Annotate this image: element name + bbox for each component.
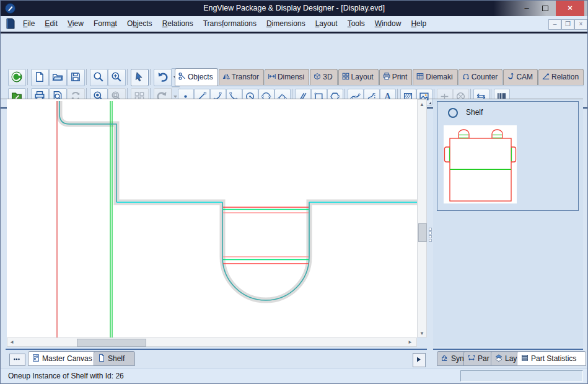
toolbar-zone: ObjectsTransforDimensi3DLayoutPrintDiema… — [1, 33, 587, 99]
layoutI-icon — [341, 73, 351, 81]
tab-dimensi[interactable]: Dimensi — [265, 69, 309, 85]
objectsI-icon — [178, 73, 188, 81]
toolbar-separator — [150, 69, 151, 85]
tab-counter[interactable]: Counter — [459, 69, 503, 85]
tab-label: Layout — [351, 73, 374, 81]
tab-label: Dimensi — [278, 73, 304, 81]
dimI-icon — [268, 73, 278, 81]
tab-layout[interactable]: Layout — [338, 69, 379, 85]
tab-transfor[interactable]: Transfor — [219, 69, 264, 85]
document-icon — [6, 18, 15, 29]
tab-overflow-button[interactable] — [9, 354, 25, 366]
select-arrow-button[interactable] — [131, 69, 149, 86]
next-tab-button[interactable] — [413, 353, 426, 367]
close-button[interactable]: × — [556, 1, 584, 16]
part-preview-thumbnail[interactable] — [444, 125, 517, 203]
counterI-icon — [462, 73, 472, 81]
tab-label: Master Canvas — [42, 354, 92, 363]
parI-icon — [467, 354, 478, 363]
save-button[interactable] — [67, 69, 85, 86]
status-field — [460, 370, 583, 382]
find-button[interactable] — [90, 69, 108, 86]
cubeI-icon — [313, 73, 323, 81]
menu-item-transformations[interactable]: Transformations — [198, 16, 261, 32]
engview-home-button[interactable] — [8, 69, 26, 86]
status-bar: Oneup Instance of Shelf with Id: 26 — [1, 368, 587, 384]
undo-button[interactable] — [154, 69, 172, 86]
scroll-down-icon[interactable]: ▼ — [418, 331, 426, 336]
scroll-left-icon[interactable]: ◄ — [9, 339, 14, 345]
part-preview-drawing — [444, 125, 517, 203]
panel-splitter[interactable] — [427, 99, 433, 347]
puzzleI-icon — [441, 354, 451, 363]
part-label: Shelf — [466, 108, 483, 117]
tab-shelf[interactable]: Shelf — [94, 351, 135, 366]
mdi-restore-button[interactable]: ❐ — [561, 19, 574, 30]
vertical-scrollbar[interactable]: ▲ ▼ — [417, 99, 427, 337]
tab-diemaki[interactable]: Diemaki — [413, 69, 457, 85]
mdi-close-button[interactable]: × — [574, 19, 587, 30]
camI-icon — [506, 73, 516, 81]
printI-icon — [382, 73, 392, 81]
part-radio-button[interactable] — [448, 108, 458, 118]
vscroll-thumb[interactable] — [418, 223, 427, 242]
toolbar-separator — [86, 69, 87, 85]
open-document-button[interactable] — [49, 69, 67, 86]
layI-icon — [494, 354, 505, 363]
tab-label: Part Statistics — [531, 354, 576, 363]
tab-3d[interactable]: 3D — [310, 69, 337, 85]
ribbon-tabs: ObjectsTransforDimensi3DLayoutPrintDiema… — [175, 68, 584, 86]
scroll-up-icon[interactable]: ▲ — [418, 102, 426, 107]
app-icon — [5, 3, 15, 14]
hscroll-thumb[interactable] — [77, 339, 146, 347]
tab-label: Counter — [472, 73, 498, 81]
tab-master-canvas[interactable]: Master Canvas — [28, 351, 99, 366]
menu-item-view[interactable]: View — [63, 16, 89, 32]
diemakeI-icon — [416, 73, 426, 81]
menu-item-file[interactable]: File — [18, 16, 40, 32]
menu-item-edit[interactable]: Edit — [40, 16, 63, 32]
panel-tab-bar: SynParLayPart Statistics — [433, 349, 583, 368]
menu-item-objects[interactable]: Objects — [122, 16, 157, 32]
zoom-extents-button[interactable] — [108, 69, 126, 86]
tab-label: Objects — [188, 73, 213, 81]
menu-item-format[interactable]: Format — [89, 16, 122, 32]
tab-label: Par — [478, 354, 489, 363]
tab-label: Transfor — [232, 73, 259, 81]
menu-item-relations[interactable]: Relations — [157, 16, 198, 32]
menu-item-tools[interactable]: Tools — [343, 16, 370, 32]
tab-objects[interactable]: Objects — [175, 68, 218, 86]
minimize-button[interactable]: – — [519, 1, 535, 16]
app-window: EngView Package & Display Designer - [Di… — [0, 0, 588, 384]
tab-part-statistics[interactable]: Part Statistics — [517, 351, 586, 366]
part-box: Shelf — [437, 101, 579, 211]
tab-relation[interactable]: Relation — [538, 69, 584, 85]
tab-label: Diemaki — [426, 73, 452, 81]
tab-label: Lay — [505, 354, 517, 363]
pageI-icon — [97, 354, 108, 363]
tab-label: CAM — [516, 73, 533, 81]
mcanvasI-icon — [32, 354, 42, 363]
menu-item-help[interactable]: Help — [406, 16, 431, 32]
horizontal-scrollbar[interactable]: ◄ ► — [7, 337, 417, 347]
statsI-icon — [520, 354, 531, 363]
tab-label: 3D — [323, 73, 332, 81]
tab-cam[interactable]: CAM — [503, 69, 538, 85]
toolbar-separator — [27, 69, 28, 85]
mdi-minimize-button[interactable]: – — [548, 19, 561, 30]
menu-item-dimensions[interactable]: Dimensions — [261, 16, 310, 32]
toolbar-separator — [127, 69, 128, 85]
maximize-button[interactable] — [537, 1, 553, 16]
menu-item-window[interactable]: Window — [370, 16, 406, 32]
new-document-button[interactable] — [31, 69, 49, 86]
tab-label: Relation — [551, 73, 579, 81]
menu-item-layout[interactable]: Layout — [310, 16, 343, 32]
tab-label: Syn — [451, 354, 464, 363]
status-text: Oneup Instance of Shelf with Id: 26 — [8, 372, 124, 380]
drawing-canvas[interactable] — [7, 99, 417, 337]
menu-bar: FileEditViewFormatObjectsRelationsTransf… — [1, 16, 587, 32]
tab-print[interactable]: Print — [379, 69, 413, 85]
scroll-right-icon[interactable]: ► — [408, 339, 413, 345]
canvas-drawing — [7, 99, 417, 337]
tab-label: Print — [392, 73, 408, 81]
